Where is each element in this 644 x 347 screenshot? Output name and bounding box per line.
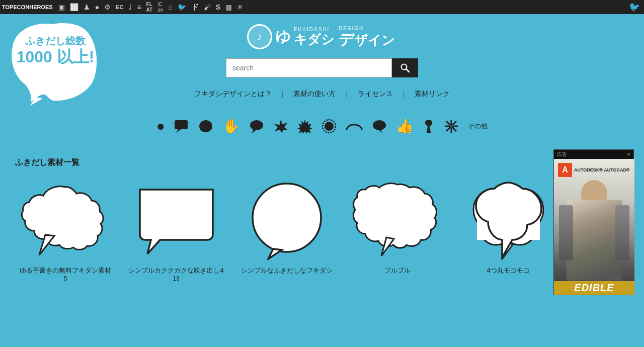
- cat-icon-thumbsup[interactable]: 👍: [396, 118, 414, 134]
- twitter-icon[interactable]: 🐦: [629, 2, 640, 13]
- search-bar: [226, 58, 418, 77]
- nav-icon-flat[interactable]: FLAT: [145, 2, 154, 13]
- nav-link-material[interactable]: 素材リンク: [405, 88, 460, 101]
- card-image-cloud: [17, 178, 115, 261]
- site-logo[interactable]: ♪ ゆ FUKIDASHI キダシ DESIGN デ ザイン: [247, 24, 397, 49]
- ad-content[interactable]: A AUTODESK® AUTOCAD® EDIBLE: [554, 159, 634, 295]
- hero-section: ふきだし総数 1000 以上! ♪ ゆ FUKIDASHI キダシ DESIGN…: [0, 14, 644, 149]
- card-cloud[interactable]: ゆる手書きの無料フキダシ素材 5: [15, 178, 116, 282]
- ad-person-figure: [559, 175, 629, 281]
- top-navigation: TOPECONHEROES ▣ ⬜ ♟ ● ⚙ EC ♩ ≡ FLAT iCon…: [0, 0, 644, 14]
- cat-icon-dotted[interactable]: [321, 119, 337, 134]
- card-image-wavy: [349, 178, 447, 261]
- svg-marker-22: [268, 249, 282, 259]
- logo-design-kana: ザイン: [354, 33, 395, 48]
- card-image-rectangle: [127, 178, 225, 261]
- nav-icon-circle[interactable]: ●: [94, 3, 101, 11]
- cat-icon-blob[interactable]: [198, 119, 213, 133]
- svg-marker-4: [176, 129, 181, 133]
- ad-autocad-text: AUTODESK® AUTOCAD®: [574, 167, 630, 173]
- nav-icon-music[interactable]: ♩: [127, 3, 133, 11]
- nav-icon-house[interactable]: ⌂: [167, 3, 174, 11]
- card-title-bumpy: 4つ丸モコモコ: [487, 266, 529, 275]
- nav-icon-person[interactable]: ♟: [82, 3, 92, 11]
- svg-marker-7: [274, 119, 288, 133]
- search-button[interactable]: [392, 58, 418, 77]
- card-rectangle[interactable]: シンプルカククカクな吹き出し4 13: [126, 178, 226, 282]
- card-count-cloud: 5: [64, 275, 67, 282]
- logo-roman-bottom: DESIGN: [339, 26, 395, 31]
- nav-icon-grid[interactable]: ▦: [224, 3, 233, 11]
- nav-link-usage[interactable]: 素材の使い方: [283, 88, 346, 101]
- cat-icon-round-speech[interactable]: [249, 119, 264, 133]
- ad-close-button[interactable]: ×: [627, 151, 630, 158]
- nav-icon-icon[interactable]: iCon: [156, 2, 165, 13]
- nav-icon-bird[interactable]: 🐦: [176, 3, 188, 11]
- svg-point-13: [373, 120, 386, 130]
- nav-icon-square[interactable]: ▣: [57, 3, 66, 11]
- ad-label: 広告: [557, 151, 567, 158]
- svg-point-21: [253, 184, 321, 252]
- nav-icon-ec[interactable]: EC: [114, 4, 125, 10]
- badge-bubble: ふきだし総数 1000 以上!: [5, 19, 101, 107]
- svg-point-10: [325, 122, 334, 131]
- svg-point-5: [250, 120, 263, 130]
- nav-icon-lines[interactable]: ≡: [135, 3, 142, 11]
- cat-icon-speech-rect[interactable]: [174, 120, 189, 133]
- card-wavy[interactable]: ブルブル: [347, 178, 448, 282]
- svg-line-2: [406, 69, 409, 72]
- cat-icon-starburst[interactable]: [273, 119, 288, 134]
- cat-icon-hand[interactable]: ✋: [222, 118, 240, 134]
- card-title-circle: シンプルなふきだしなフキダシ: [241, 266, 333, 275]
- nav-links-bar: フキダシデザインとは？ | 素材の使い方 | ライセンス | 素材リンク: [184, 88, 460, 101]
- card-grid: ゆる手書きの無料フキダシ素材 5 シンプルカククカクな吹き出し4 13 シンプル…: [15, 178, 629, 282]
- nav-icon-s[interactable]: S: [214, 3, 222, 11]
- card-bumpy[interactable]: 4つ丸モコモコ: [458, 178, 558, 282]
- cat-icon-arc[interactable]: [346, 121, 363, 131]
- logo-kana-prefix: ゆ: [275, 29, 291, 44]
- nav-link-about[interactable]: フキダシデザインとは？: [184, 88, 282, 101]
- cat-icon-spiky[interactable]: [297, 119, 312, 134]
- cat-icon-asterisk[interactable]: ✕: [444, 119, 459, 134]
- svg-text:✕: ✕: [449, 124, 453, 129]
- logo-de: デ: [339, 31, 354, 48]
- card-circle[interactable]: シンプルなふきだしなフキダシ: [236, 178, 337, 282]
- cat-icon-talk[interactable]: [372, 119, 387, 133]
- cat-icon-circle[interactable]: ●: [156, 118, 165, 134]
- cat-icon-other[interactable]: その他: [468, 122, 488, 131]
- badge-line1: ふきだし総数: [15, 34, 96, 47]
- card-image-bumpy: [459, 178, 557, 261]
- nav-icons-group: ▣ ⬜ ♟ ● ⚙ EC ♩ ≡ FLAT iCon ⌂ 🐦 ド 🖌 S ▦ ✳: [57, 2, 642, 13]
- svg-rect-3: [175, 120, 188, 129]
- search-input[interactable]: [226, 58, 392, 77]
- card-title-rectangle: シンプルカククカクな吹き出し4: [128, 266, 223, 275]
- card-title-wavy: ブルブル: [384, 266, 411, 275]
- nav-icon-brush[interactable]: 🖌: [202, 3, 212, 11]
- card-image-circle: [238, 178, 336, 261]
- category-icons-row: ● ✋ 👍: [146, 113, 498, 144]
- card-title-cloud: ゆる手書きの無料フキダシ素材: [20, 266, 111, 275]
- ad-arm-right: [615, 205, 629, 261]
- nav-icon-do[interactable]: ド: [190, 3, 200, 12]
- section-title: ふきだし素材一覧: [15, 157, 629, 168]
- main-content: ふきだし素材一覧 ゆる手書きの無料フキダシ素材 5 シンプルカククカクな吹き出し…: [0, 149, 644, 297]
- svg-marker-8: [297, 119, 312, 134]
- ad-arm-left: [559, 205, 573, 261]
- ad-banner: 広告 × A AUTODESK® AUTOCAD®: [553, 149, 634, 295]
- brand-logo[interactable]: TOPECONHEROES: [2, 4, 53, 10]
- logo-circle-icon: ♪: [247, 24, 272, 49]
- nav-icon-burst[interactable]: ✳: [235, 3, 245, 11]
- badge-line2: 1000 以上!: [15, 47, 96, 66]
- cat-icon-whip[interactable]: [423, 119, 435, 134]
- ad-body: [567, 200, 622, 281]
- nav-icon-gear[interactable]: ⚙: [103, 3, 112, 11]
- ad-bottom-text: EDIBLE: [554, 281, 634, 295]
- nav-icon-rect[interactable]: ⬜: [68, 3, 80, 11]
- card-count-rectangle: 13: [173, 275, 179, 282]
- ad-header: 広告 ×: [554, 150, 633, 159]
- logo-kana: キダシ: [294, 32, 335, 47]
- nav-link-license[interactable]: ライセンス: [348, 88, 403, 101]
- search-icon: [400, 63, 410, 73]
